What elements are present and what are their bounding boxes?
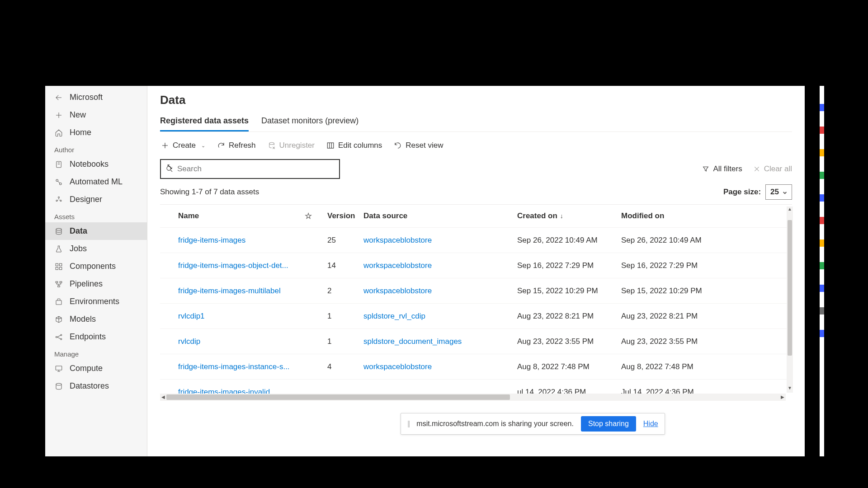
svg-point-19 — [56, 383, 61, 385]
row-name[interactable]: fridge-items-images-object-det... — [178, 261, 305, 270]
sidebar-item-components[interactable]: Components — [45, 258, 147, 275]
row-data-source[interactable]: spldstore_document_images — [363, 337, 517, 346]
sidebar-item-environments[interactable]: Environments — [45, 293, 147, 310]
row-data-source[interactable]: spldstore_rvl_cdip — [363, 312, 517, 321]
svg-rect-13 — [58, 286, 60, 287]
row-data-source[interactable]: workspaceblobstore — [363, 261, 517, 270]
table-row[interactable]: fridge-items-images-object-det...14works… — [160, 253, 792, 278]
svg-rect-12 — [60, 282, 62, 283]
search-box[interactable]: ⤡ — [160, 159, 340, 179]
sidebar-home-label: Home — [70, 128, 91, 137]
search-input[interactable] — [177, 164, 335, 174]
sidebar-item-datastores[interactable]: Datastores — [45, 377, 147, 395]
vertical-scrollbar[interactable]: ▲ ▼ — [787, 206, 793, 393]
create-button[interactable]: Create ⌄ — [160, 139, 206, 152]
plus-icon — [161, 141, 169, 150]
designer-icon — [54, 195, 63, 204]
sidebar-new-label: New — [70, 110, 86, 120]
edit-columns-button[interactable]: Edit columns — [326, 139, 383, 152]
sidebar-item-jobs[interactable]: Jobs — [45, 240, 147, 258]
grip-icon[interactable]: || — [407, 420, 409, 428]
table-row[interactable]: fridge-items-images-instance-s...4worksp… — [160, 354, 792, 379]
columns-icon — [326, 141, 335, 150]
all-filters-button[interactable]: All filters — [702, 164, 742, 174]
row-data-source[interactable]: workspaceblobstore — [363, 236, 517, 245]
right-edge-sliver — [820, 86, 824, 456]
sidebar-home[interactable]: Home — [45, 124, 147, 141]
sidebar-back[interactable]: Microsoft — [45, 89, 147, 106]
table-row[interactable]: fridge-items-images25workspaceblobstoreS… — [160, 227, 792, 253]
svg-point-16 — [61, 334, 62, 336]
sidebar-item-pipelines[interactable]: Pipelines — [45, 275, 147, 293]
refresh-label: Refresh — [229, 141, 256, 150]
row-created: Aug 23, 2022 8:21 PM — [517, 312, 621, 321]
sidebar-item-compute[interactable]: Compute — [45, 360, 147, 377]
row-name[interactable]: fridge-items-images-multilabel — [178, 286, 305, 296]
tab-dataset-monitors[interactable]: Dataset monitors (preview) — [261, 113, 359, 131]
row-version: 4 — [327, 362, 363, 371]
col-favorite[interactable]: ☆ — [305, 211, 327, 221]
table-row[interactable]: fridge-items-images-multilabel2workspace… — [160, 278, 792, 303]
col-created-on[interactable]: Created on↓ — [517, 211, 621, 221]
close-icon — [753, 165, 760, 173]
scroll-thumb[interactable] — [166, 394, 510, 400]
filter-actions: All filters Clear all — [702, 164, 792, 174]
sidebar-new[interactable]: New — [45, 106, 147, 124]
col-name[interactable]: Name — [178, 211, 305, 221]
scroll-thumb[interactable] — [788, 220, 792, 356]
stop-sharing-button[interactable]: Stop sharing — [581, 416, 636, 432]
hide-link[interactable]: Hide — [643, 420, 658, 428]
row-name[interactable]: rvlcdip1 — [178, 312, 305, 321]
row-name[interactable]: rvlcdip — [178, 337, 305, 346]
page-size-value: 25 — [770, 188, 779, 196]
col-modified-on[interactable]: Modified on — [621, 211, 725, 221]
all-filters-label: All filters — [713, 164, 742, 174]
scroll-up-icon[interactable]: ▲ — [787, 206, 793, 214]
tab-registered-data-assets[interactable]: Registered data assets — [160, 113, 249, 131]
table-row[interactable]: rvlcdip1spldstore_document_imagesAug 23,… — [160, 328, 792, 354]
scroll-right-icon[interactable]: ▶ — [779, 394, 786, 401]
compute-icon — [54, 364, 63, 373]
row-data-source[interactable]: workspaceblobstore — [363, 286, 517, 296]
svg-rect-11 — [56, 282, 58, 283]
page-size-label: Page size: — [723, 188, 761, 197]
sidebar-section-author: Author — [45, 141, 147, 155]
data-table: Name ☆ Version Data source Created on↓ M… — [160, 204, 792, 404]
sidebar-section-manage: Manage — [45, 346, 147, 360]
table-body: fridge-items-images25workspaceblobstoreS… — [160, 227, 792, 404]
sidebar-item-notebooks[interactable]: Notebooks — [45, 155, 147, 173]
toolbar: Create ⌄ Refresh Unregister Edit columns… — [160, 139, 792, 152]
tabs: Registered data assets Dataset monitors … — [160, 113, 792, 132]
svg-point-3 — [58, 197, 60, 198]
horizontal-scrollbar[interactable]: ◀ ▶ — [160, 394, 786, 401]
sidebar-item-endpoints[interactable]: Endpoints — [45, 328, 147, 346]
svg-rect-14 — [56, 300, 61, 305]
refresh-button[interactable]: Refresh — [216, 139, 257, 152]
scroll-left-icon[interactable]: ◀ — [160, 394, 166, 401]
svg-rect-8 — [60, 263, 62, 266]
sidebar-back-label: Microsoft — [70, 93, 103, 102]
col-version[interactable]: Version — [327, 211, 363, 221]
sidebar-item-data[interactable]: Data — [45, 222, 147, 240]
svg-point-6 — [56, 228, 61, 230]
row-name[interactable]: fridge-items-images — [178, 236, 305, 245]
home-icon — [54, 128, 63, 137]
sort-desc-icon: ↓ — [560, 212, 563, 220]
row-data-source[interactable]: workspaceblobstore — [363, 362, 517, 371]
endpoint-icon — [54, 333, 63, 342]
row-created: Sep 26, 2022 10:49 AM — [517, 236, 621, 245]
reset-view-button[interactable]: Reset view — [393, 139, 444, 152]
row-version: 1 — [327, 337, 363, 346]
data-icon — [54, 227, 63, 236]
row-name[interactable]: fridge-items-images-instance-s... — [178, 362, 305, 371]
edit-columns-label: Edit columns — [338, 141, 382, 150]
sidebar-item-label: Data — [70, 226, 87, 236]
scroll-down-icon[interactable]: ▼ — [787, 385, 793, 393]
page-size-select[interactable]: 25 — [765, 184, 792, 200]
sidebar-item-models[interactable]: Models — [45, 310, 147, 328]
table-row[interactable]: rvlcdip11spldstore_rvl_cdipAug 23, 2022 … — [160, 303, 792, 328]
col-data-source[interactable]: Data source — [363, 211, 517, 221]
sidebar-item-designer[interactable]: Designer — [45, 191, 147, 208]
unregister-label: Unregister — [279, 141, 315, 150]
sidebar-item-automl[interactable]: Automated ML — [45, 173, 147, 191]
